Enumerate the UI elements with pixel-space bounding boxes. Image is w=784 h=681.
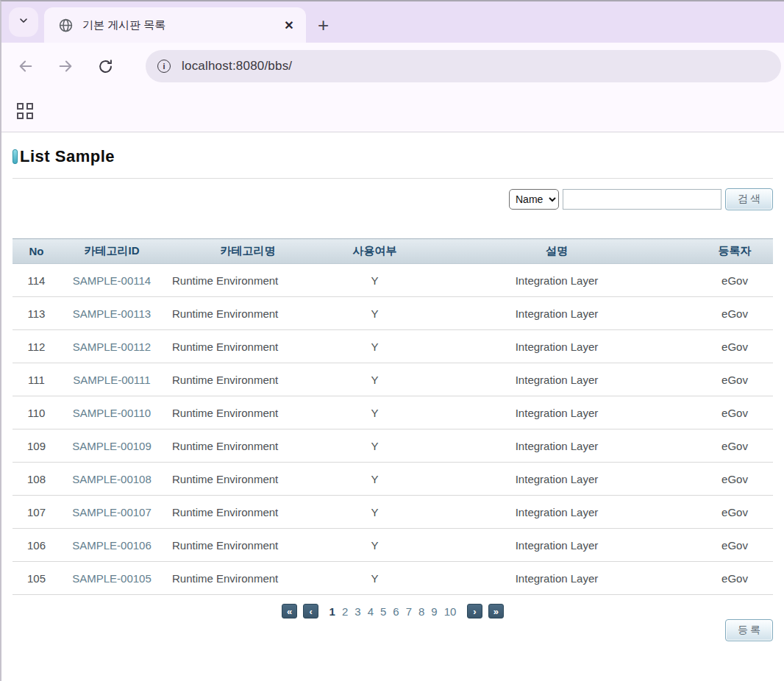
cell-reg: eGov — [696, 429, 773, 463]
search-input[interactable] — [563, 189, 721, 210]
page-number-current[interactable]: 1 — [329, 605, 335, 618]
cell-id: SAMPLE-00106 — [60, 529, 163, 562]
table-row: 114SAMPLE-00114Runtime EnvironmentYInteg… — [13, 264, 773, 297]
page-number[interactable]: 10 — [444, 605, 457, 618]
page-number[interactable]: 6 — [393, 605, 399, 618]
table-row: 110SAMPLE-00110Runtime EnvironmentYInteg… — [13, 396, 773, 429]
cell-use: Y — [332, 429, 417, 463]
page-number[interactable]: 9 — [431, 605, 437, 618]
table-row: 112SAMPLE-00112Runtime EnvironmentYInteg… — [13, 330, 773, 363]
page-numbers: 12345678910 — [326, 605, 460, 618]
cell-name: Runtime Environment — [163, 496, 332, 529]
table-body: 114SAMPLE-00114Runtime EnvironmentYInteg… — [13, 264, 773, 595]
browser-tab[interactable]: 기본 게시판 목록 ✕ — [44, 7, 306, 43]
cell-name: Runtime Environment — [163, 396, 332, 429]
search-field-select[interactable]: Name — [509, 189, 559, 210]
cell-use: Y — [332, 330, 417, 363]
url-bar[interactable]: i localhost:8080/bbs/ — [146, 50, 781, 82]
cell-no: 111 — [13, 363, 60, 396]
cell-name: Runtime Environment — [163, 363, 332, 396]
header-registrant: 등록자 — [696, 239, 773, 264]
category-table: No 카테고리ID 카테고리명 사용여부 설명 등록자 114SAMPLE-00… — [13, 238, 773, 595]
page-title-row: List Sample — [13, 147, 773, 166]
title-divider — [13, 178, 773, 179]
browser-toolbar: i localhost:8080/bbs/ — [1, 43, 784, 90]
cell-no: 113 — [13, 297, 60, 330]
page-number[interactable]: 7 — [406, 605, 412, 618]
header-use-yn: 사용여부 — [332, 239, 417, 264]
cell-desc: Integration Layer — [417, 330, 696, 363]
page-number[interactable]: 5 — [380, 605, 386, 618]
back-icon[interactable] — [18, 58, 34, 74]
page-content: List Sample Name 검색 No 카테고리ID 카테고리명 사용여부… — [1, 132, 784, 641]
page-number[interactable]: 2 — [342, 605, 348, 618]
cell-desc: Integration Layer — [417, 264, 696, 297]
new-tab-button[interactable]: + — [318, 18, 329, 32]
table-row: 111SAMPLE-00111Runtime EnvironmentYInteg… — [13, 363, 773, 396]
browser-window: 기본 게시판 목록 ✕ + i localhost:8080/bbs/ List… — [0, 0, 784, 681]
register-button[interactable]: 등록 — [725, 619, 773, 641]
cell-no: 112 — [13, 330, 60, 363]
header-category-name: 카테고리명 — [163, 239, 332, 264]
category-id-link[interactable]: SAMPLE-00107 — [72, 506, 152, 518]
cell-id: SAMPLE-00110 — [60, 396, 163, 429]
category-id-link[interactable]: SAMPLE-00106 — [72, 539, 152, 552]
title-bullet-icon — [13, 149, 18, 164]
category-id-link[interactable]: SAMPLE-00109 — [72, 440, 152, 452]
category-id-link[interactable]: SAMPLE-00105 — [72, 572, 152, 585]
cell-reg: eGov — [696, 297, 773, 330]
category-id-link[interactable]: SAMPLE-00112 — [73, 340, 151, 353]
cell-reg: eGov — [696, 330, 773, 363]
cell-name: Runtime Environment — [163, 330, 332, 363]
cell-name: Runtime Environment — [163, 463, 332, 496]
table-row: 108SAMPLE-00108Runtime EnvironmentYInteg… — [13, 463, 773, 496]
cell-reg: eGov — [696, 562, 773, 595]
cell-name: Runtime Environment — [163, 429, 332, 463]
cell-use: Y — [332, 562, 417, 595]
pagination-next-button[interactable]: › — [467, 604, 482, 618]
pagination-prev-button[interactable]: ‹ — [303, 604, 318, 618]
cell-reg: eGov — [696, 496, 773, 529]
page-number[interactable]: 8 — [418, 605, 424, 618]
cell-name: Runtime Environment — [163, 529, 332, 562]
tab-search-button[interactable] — [9, 7, 38, 37]
category-id-link[interactable]: SAMPLE-00108 — [72, 473, 152, 485]
search-button[interactable]: 검색 — [725, 188, 773, 210]
category-id-link[interactable]: SAMPLE-00114 — [73, 274, 151, 287]
cell-use: Y — [332, 529, 417, 562]
cell-no: 105 — [13, 562, 60, 595]
pagination-last-button[interactable]: » — [488, 604, 504, 618]
tab-strip: 기본 게시판 목록 ✕ + — [1, 1, 784, 43]
bookmarks-bar — [1, 90, 784, 132]
category-id-link[interactable]: SAMPLE-00110 — [73, 407, 151, 419]
cell-no: 108 — [13, 463, 60, 496]
table-header-row: No 카테고리ID 카테고리명 사용여부 설명 등록자 — [13, 239, 773, 264]
table-row: 107SAMPLE-00107Runtime EnvironmentYInteg… — [13, 496, 773, 529]
table-row: 105SAMPLE-00105Runtime EnvironmentYInteg… — [13, 562, 773, 595]
category-id-link[interactable]: SAMPLE-00113 — [73, 307, 151, 320]
url-text[interactable]: localhost:8080/bbs/ — [182, 59, 292, 74]
cell-reg: eGov — [696, 363, 773, 396]
cell-id: SAMPLE-00109 — [60, 429, 163, 463]
header-category-id: 카테고리ID — [60, 239, 163, 264]
cell-desc: Integration Layer — [417, 396, 696, 429]
cell-reg: eGov — [696, 463, 773, 496]
cell-id: SAMPLE-00112 — [60, 330, 163, 363]
page-number[interactable]: 3 — [354, 605, 360, 618]
cell-use: Y — [332, 396, 417, 429]
category-id-link[interactable]: SAMPLE-00111 — [73, 374, 150, 386]
info-icon[interactable]: i — [157, 60, 171, 73]
cell-id: SAMPLE-00107 — [60, 496, 163, 529]
close-icon[interactable]: ✕ — [281, 18, 297, 32]
page-number[interactable]: 4 — [368, 605, 374, 618]
apps-grid-icon[interactable] — [17, 103, 33, 119]
cell-desc: Integration Layer — [417, 363, 696, 396]
cell-use: Y — [332, 363, 417, 396]
pagination-first-button[interactable]: « — [282, 604, 297, 618]
tab-title: 기본 게시판 목록 — [82, 18, 281, 32]
reload-icon[interactable] — [97, 58, 113, 74]
forward-icon[interactable] — [57, 58, 74, 74]
table-row: 109SAMPLE-00109Runtime EnvironmentYInteg… — [13, 429, 773, 463]
search-bar: Name 검색 — [13, 188, 773, 210]
cell-reg: eGov — [696, 529, 773, 562]
